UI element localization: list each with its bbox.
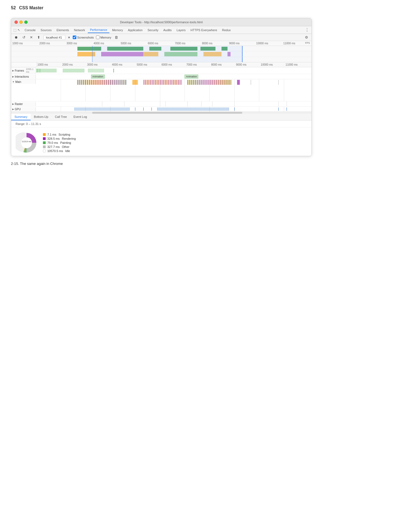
tab-performance[interactable]: Performance (88, 27, 109, 33)
v-marker-6 (185, 79, 185, 101)
settings-button[interactable]: ⚙ (304, 35, 309, 40)
other-value: 327.7 ms (47, 145, 60, 148)
ruler-label-1000: 1000 ms (12, 42, 39, 45)
tab-layers[interactable]: Layers (174, 27, 188, 33)
v-marker-3 (110, 79, 110, 101)
overview-bands[interactable] (11, 46, 311, 62)
filter-icon: ▼ (68, 36, 71, 39)
chart-legend: 7.1 ms Scripting 328.5 ms Rendering 79.0… (43, 133, 76, 153)
tab-event-log[interactable]: Event Log (70, 114, 91, 120)
more-tabs-icon[interactable]: ⋮ (305, 27, 309, 33)
traffic-lights (14, 21, 28, 24)
reload-button[interactable]: ↺ (21, 35, 27, 40)
gpu-content (36, 107, 311, 112)
screenshots-label: Screenshots (77, 36, 94, 39)
main-label[interactable]: ▼ Main (11, 79, 36, 84)
gpu-label[interactable]: ▶ GPU (11, 107, 36, 111)
net-band (11, 57, 311, 62)
tab-memory[interactable]: Memory (110, 27, 125, 33)
other-dot (43, 145, 46, 148)
v-marker-2 (85, 79, 86, 101)
ruler-label-6000: 6000 ms (148, 42, 175, 45)
screenshots-checkbox[interactable] (73, 36, 76, 39)
raster-content (36, 101, 311, 106)
memory-label: Memory (100, 36, 111, 39)
memory-checkbox-label[interactable]: Memory (96, 36, 111, 39)
pie-chart: 11313 ms (16, 132, 37, 154)
rendering-dot (43, 137, 46, 140)
v-marker-4 (135, 79, 135, 101)
interactions-label[interactable]: ▶ Interactions (11, 75, 36, 79)
summary-panel: 11313 ms 7.1 ms Scripting 328.5 ms Rende… (11, 130, 311, 156)
painting-dot (43, 141, 46, 144)
tab-bottom-up[interactable]: Bottom-Up (31, 114, 52, 120)
ruler-label-9000: 9000 ms (229, 42, 256, 45)
legend-other: 327.7 ms Other (43, 145, 76, 148)
title-bar: Developer Tools - http://localhost:5000/… (11, 18, 311, 26)
fps-label: FPS (305, 41, 310, 45)
animation-2: Animation (185, 75, 198, 78)
ruler-label-5000: 5000 ms (121, 42, 148, 45)
tab-summary[interactable]: Summary (11, 114, 31, 120)
main-track-content (36, 79, 311, 101)
timeline-container: 1000 ms 2000 ms 3000 ms 4000 ms 5000 ms … (11, 41, 311, 156)
v-marker-1 (61, 79, 61, 101)
tab-redux[interactable]: Redux (220, 27, 233, 33)
tab-sources[interactable]: Sources (38, 27, 54, 33)
v-marker-10 (284, 79, 284, 101)
ruler-label-8000: 8000 ms (202, 42, 229, 45)
tab-console[interactable]: Console (22, 27, 38, 33)
legend-painting: 79.0 ms Painting (43, 141, 76, 144)
minimize-button[interactable] (19, 21, 23, 24)
timeline-scrollbar[interactable] (11, 112, 311, 114)
frames-label[interactable]: ▶ Frames 2255.1 ms (11, 67, 36, 74)
main-timeline-ruler: 1000 ms 2000 ms 3000 ms 4000 ms 5000 ms … (11, 62, 311, 67)
interactions-content: Animation Animation (36, 74, 311, 79)
upload-button[interactable]: ⬆ (36, 35, 41, 40)
close-button[interactable] (14, 21, 18, 24)
cursor-icon: ↖ (18, 28, 20, 32)
frames-track: ▶ Frames 2255.1 ms (11, 67, 311, 74)
toolbar-row: ⏺ ↺ ✕ ⬆ localhost #1 ▼ Screenshots Memor… (11, 34, 311, 41)
tab-security[interactable]: Security (145, 27, 161, 33)
page-title: CSS Master (19, 5, 43, 10)
scripting-label: Scripting (59, 133, 70, 136)
page-number: 52 (11, 5, 16, 10)
tab-call-tree[interactable]: Call Tree (52, 114, 70, 120)
tab-network[interactable]: Network (72, 27, 87, 33)
clear-button[interactable]: ✕ (29, 35, 34, 40)
devtools-tab-bar: ⬚ ↖ Console Sources Elements Network Per… (11, 26, 311, 34)
legend-scripting: 7.1 ms Scripting (43, 133, 76, 136)
browser-window: Developer Tools - http://localhost:5000/… (11, 18, 312, 156)
tab-audits[interactable]: Audits (161, 27, 174, 33)
interactions-track: ▶ Interactions Animation Animation (11, 74, 311, 79)
tab-application[interactable]: Application (126, 27, 145, 33)
ruler-label-3000: 3000 ms (66, 42, 94, 45)
animation-1: Animation (91, 75, 105, 78)
memory-checkbox[interactable] (96, 36, 100, 39)
maximize-button[interactable] (24, 21, 28, 24)
v-marker-9 (259, 79, 259, 101)
record-button[interactable]: ⏺ (13, 35, 19, 40)
screenshots-checkbox-label[interactable]: Screenshots (73, 36, 94, 39)
scrollbar-thumb[interactable] (92, 112, 242, 114)
ruler-label-7000: 7000 ms (175, 42, 202, 45)
idle-value: 10570.5 ms (47, 149, 63, 153)
gpu-track: ▶ GPU (11, 107, 311, 112)
figure-caption: 2-15. The same again in Chrome (11, 162, 409, 166)
idle-dot (43, 150, 46, 152)
ruler-label-2000: 2000 ms (39, 42, 66, 45)
ruler-label-10000: 10000 ms (256, 42, 283, 45)
tab-elements[interactable]: Elements (54, 27, 71, 33)
legend-rendering: 328.5 ms Rendering (43, 137, 76, 140)
other-label: Other (62, 145, 69, 148)
frames-content (36, 68, 311, 73)
raster-label[interactable]: ▶ Raster (11, 102, 36, 106)
window-title: Developer Tools - http://localhost:5000/… (120, 21, 203, 24)
svg-point-1 (21, 137, 32, 148)
v-marker-5 (160, 79, 160, 101)
trash-button[interactable]: 🗑 (113, 35, 119, 40)
url-bar: localhost #1 (43, 35, 65, 40)
tab-https-everywhere[interactable]: HTTPS Everywhere (188, 27, 219, 33)
scripting-value: 7.1 ms (47, 133, 56, 136)
